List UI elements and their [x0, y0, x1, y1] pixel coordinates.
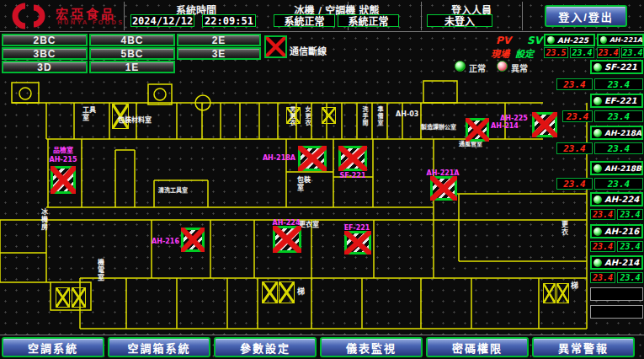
abnormal-label: 異常 — [511, 62, 528, 74]
floor-button-2bc[interactable]: 2BC — [2, 34, 88, 46]
pv-row-label: 現場 — [491, 46, 509, 60]
system-time-value: 22:09:51 — [202, 14, 256, 27]
ahu-marker-ah-225[interactable] — [532, 112, 557, 137]
unit-led-icon — [600, 36, 607, 44]
unit-led-icon — [593, 196, 602, 204]
comm-error-x-icon — [430, 176, 457, 201]
floor-button-3d[interactable]: 3D — [2, 61, 88, 73]
comm-error-x-icon — [264, 35, 287, 58]
unit-led-icon — [593, 63, 602, 72]
footer-button-password-authority[interactable]: 密碼權限 — [426, 337, 529, 357]
ahu-marker-ah-214[interactable] — [466, 118, 489, 142]
ah-225-pv: 23.5 — [544, 47, 568, 58]
ahu-marker-ah-215[interactable] — [51, 166, 76, 194]
room-label: 男更衣 — [289, 106, 295, 137]
marker-room-label: 品檢室 — [45, 147, 82, 154]
login-logout-button[interactable]: 登入/登出 — [545, 5, 627, 27]
room-label: 女更衣 — [304, 106, 311, 137]
ef-221-pv: 23.4 — [562, 110, 593, 122]
comm-error-x-icon — [51, 166, 76, 194]
stair-x-icon — [56, 287, 70, 308]
comm-error-label: 通信斷線 — [290, 44, 327, 57]
stair-x-icon — [279, 281, 295, 303]
system-date-value: 2024/12/12 — [130, 14, 194, 27]
hunya-logo-icon — [7, 2, 56, 30]
comm-error-x-icon — [338, 146, 367, 171]
comm-error-x-icon — [181, 228, 205, 252]
unit-led-icon — [593, 259, 602, 267]
stair-x-icon — [556, 283, 569, 303]
unit-ah-218a[interactable]: AH-218A — [590, 126, 643, 140]
stair-x-icon — [322, 107, 336, 124]
unit-led-icon — [593, 97, 602, 105]
sv-row-label: 設定 — [515, 46, 534, 60]
comm-error-x-icon — [273, 226, 301, 253]
footer-top-line — [0, 335, 644, 335]
unit-ah-216[interactable]: AH-216 — [590, 224, 643, 238]
unit-ah-221a[interactable]: AH-221A — [597, 34, 644, 46]
marker-label-ah-215: AH-215 — [45, 156, 82, 163]
room-label: AH-03 — [396, 110, 418, 118]
ahu-status-value: 系統正常 — [338, 14, 399, 27]
stair-x-icon — [262, 281, 278, 303]
unit-name: EF-221 — [604, 96, 636, 105]
comm-error-x-icon — [298, 146, 327, 171]
unit-ah-214[interactable]: AH-214 — [590, 255, 643, 270]
sf-221-sv: 23.4 — [594, 78, 643, 90]
marker-label-ah-216: AH-216 — [146, 238, 179, 245]
unit-led-icon — [593, 164, 602, 173]
unit-led-icon — [593, 129, 602, 137]
header-divider — [421, 2, 422, 30]
unit-ah-218b[interactable]: AH-218B — [590, 161, 643, 175]
ahu-marker-ah-218a[interactable] — [298, 146, 327, 171]
floor-button-5bc[interactable]: 5BC — [89, 47, 175, 60]
ahu-marker-ah-216[interactable] — [181, 228, 205, 252]
floor-button-1e[interactable]: 1E — [89, 61, 175, 73]
pv-header: PV — [496, 35, 511, 46]
unit-led-icon — [593, 228, 602, 236]
marker-label-ah-218a: AH-218A — [262, 154, 295, 162]
ah-225-sv: 23.4 — [570, 47, 594, 58]
room-label: 準備室 — [376, 106, 383, 137]
footer-button-ac-system[interactable]: 空調系統 — [2, 337, 104, 357]
room-label: 更衣 — [562, 221, 572, 236]
ahu-marker-ef-221[interactable] — [344, 231, 371, 255]
unit-name: AH-221A — [609, 36, 642, 44]
floor-button-4bc[interactable]: 4BC — [89, 34, 175, 46]
ahu-marker-ah-221a[interactable] — [430, 176, 457, 201]
empty-slot-box — [590, 287, 643, 301]
unit-name: AH-225 — [557, 36, 588, 45]
room-label: 包裝室 — [297, 176, 312, 191]
unit-ah-225[interactable]: AH-225 — [544, 34, 595, 46]
footer-button-meter-monitor[interactable]: 儀表監視 — [320, 337, 423, 357]
unit-name: AH-214 — [604, 258, 639, 267]
login-status-value: 未登入 — [427, 14, 492, 27]
floor-button-2e[interactable]: 2E — [177, 34, 261, 46]
ahu-marker-ah-224[interactable] — [273, 226, 301, 253]
ah-218b-pv: 23.4 — [556, 178, 593, 190]
ah-216-sv: 23.4 — [617, 241, 643, 252]
ahu-marker-sf-221[interactable] — [338, 146, 367, 171]
floor-button-3bc[interactable]: 3BC — [2, 47, 88, 60]
comm-error-x-icon — [466, 118, 489, 142]
unit-sf-221[interactable]: SF-221 — [590, 60, 643, 74]
unit-ah-224[interactable]: AH-224 — [590, 192, 643, 206]
header-divider — [522, 2, 523, 30]
logo-subtitle: HUNYA FOODS — [57, 19, 124, 26]
footer-button-ahu-system[interactable]: 空調箱系統 — [108, 337, 210, 357]
floor-button-3e[interactable]: 3E — [177, 47, 261, 60]
footer-button-parameter-settings[interactable]: 參數設定 — [214, 337, 317, 357]
unit-name: AH-218A — [604, 129, 641, 137]
marker-label-sf-221: SF-221 — [338, 172, 368, 180]
ah-216-pv: 23.4 — [590, 241, 615, 252]
ah-218a-sv: 23.4 — [594, 142, 643, 154]
ah-218b-sv: 23.4 — [594, 178, 643, 190]
ah-214-sv: 23.4 — [617, 272, 643, 283]
room-label: 清洗工具室 — [158, 187, 188, 194]
room-label: 洗手間 — [361, 106, 368, 137]
footer-button-abnormal-alarm[interactable]: 異常警報 — [532, 337, 635, 357]
unit-ef-221[interactable]: EF-221 — [590, 94, 643, 108]
room-label: 包裝材料室 — [118, 116, 152, 124]
room-label: 工具室 — [82, 106, 96, 121]
abnormal-led-icon — [497, 61, 508, 72]
